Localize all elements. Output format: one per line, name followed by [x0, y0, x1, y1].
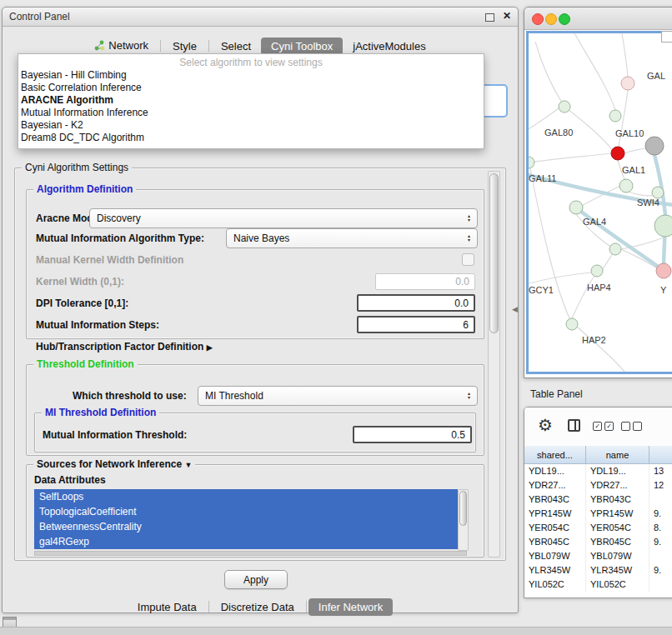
dropdown-item[interactable]: Mutual Information Inference	[18, 107, 484, 119]
tab-divider	[208, 601, 209, 612]
node-label: GAL1	[622, 165, 645, 175]
tab-infer-network[interactable]: Infer Network	[308, 598, 393, 616]
node[interactable]	[656, 263, 671, 278]
close-icon[interactable]: ✕	[503, 10, 511, 22]
node[interactable]	[566, 318, 578, 330]
table-row[interactable]: YBR043CYBR043C	[524, 492, 672, 507]
dropdown-placeholder: Select algorithm to view settings	[18, 56, 484, 69]
tab-cyni-toolbox[interactable]: Cyni Toolbox	[261, 38, 343, 55]
dpi-tolerance-field[interactable]: 0.0	[357, 294, 475, 312]
tab-impute-data[interactable]: Impute Data	[128, 598, 207, 616]
collapse-right-icon: ▶	[207, 343, 213, 352]
table-row[interactable]: YIL052CYIL052C	[524, 578, 672, 592]
select-all-columns-icon[interactable]: ✓✓	[593, 422, 614, 431]
hub-section-toggle[interactable]: Hub/Transcription Factor Definition ▶	[36, 341, 213, 352]
table-row[interactable]: YER054CYER054C8.	[524, 521, 672, 535]
window-title: Control Panel	[9, 11, 70, 22]
edge	[574, 33, 615, 110]
columns-icon[interactable]	[568, 419, 580, 432]
edge	[529, 272, 591, 283]
table-body: YDL19...YDL19...13 YDR27...YDR27...12 YB…	[524, 464, 672, 598]
manual-kernel-checkbox[interactable]	[462, 253, 474, 266]
group-title: MI Threshold Definition	[42, 407, 159, 418]
control-panel-titlebar[interactable]: Control Panel ✕	[3, 8, 518, 27]
data-attributes-label: Data Attributes	[34, 474, 106, 486]
edge	[535, 42, 564, 107]
attribute-list-hscrollbar[interactable]	[34, 551, 467, 556]
screen: Control Panel ✕ Network Style Select Cyn…	[0, 0, 672, 635]
which-threshold-combo[interactable]: MI Threshold ▴▾	[198, 386, 478, 406]
node-swi4[interactable]	[652, 187, 664, 198]
minimize-traffic-light[interactable]	[545, 13, 557, 25]
deselect-all-columns-icon[interactable]	[621, 422, 642, 431]
node[interactable]	[654, 215, 672, 237]
edge	[624, 148, 645, 153]
float-window-icon[interactable]	[485, 13, 494, 22]
combo-value: MI Threshold	[205, 390, 263, 402]
tab-divider	[306, 601, 307, 612]
sources-toggle[interactable]: Sources for Network Inference ▼	[33, 458, 195, 470]
node[interactable]	[609, 243, 621, 255]
column-header[interactable]: shared...	[524, 446, 586, 464]
node-hap4[interactable]	[591, 265, 603, 277]
aracne-mode-combo[interactable]: Discovery ▴▾	[89, 208, 478, 228]
node[interactable]	[621, 77, 634, 90]
list-item[interactable]: TopologicalCoefficient	[34, 504, 458, 519]
mi-steps-label: Mutual Information Steps:	[36, 319, 159, 331]
node[interactable]	[609, 110, 621, 122]
node-gal1[interactable]	[619, 179, 633, 192]
zoom-traffic-light[interactable]	[559, 13, 570, 25]
node[interactable]	[559, 101, 570, 112]
apply-button[interactable]: Apply	[224, 570, 288, 589]
mi-threshold-field[interactable]: 0.5	[353, 426, 472, 443]
close-traffic-light[interactable]	[532, 13, 544, 25]
tab-select[interactable]: Select	[211, 38, 261, 55]
table-row[interactable]: YLR345WYLR345W9.	[524, 563, 672, 578]
network-canvas[interactable]: GAL80 GAL10 GAL11 GAL1 SWI4 GAL4 GCY1 HA…	[526, 31, 672, 374]
mi-type-combo[interactable]: Naive Bayes ▴▾	[226, 228, 478, 248]
network-window-titlebar[interactable]	[524, 8, 672, 30]
which-threshold-label: Which threshold to use:	[73, 390, 187, 402]
list-item[interactable]: BetweennessCentrality	[34, 519, 458, 534]
group-title: Cyni Algorithm Settings	[22, 162, 132, 173]
column-header[interactable]: name	[586, 446, 649, 464]
kernel-width-label: Kernel Width (0,1):	[36, 276, 124, 288]
mi-steps-field[interactable]: 6	[357, 316, 475, 333]
table-row[interactable]: YPR145WYPR145W9.	[524, 507, 672, 521]
table-row[interactable]: YBR045CYBR045C9.	[524, 535, 672, 549]
node-gal10-neighbor[interactable]	[645, 137, 664, 155]
mi-threshold-label: Mutual Information Threshold:	[43, 429, 187, 441]
panel-divider-handle[interactable]: ◀	[512, 305, 518, 313]
node-label: GAL4	[583, 217, 606, 227]
list-item[interactable]: SelfLoops	[34, 489, 458, 504]
node[interactable]	[529, 157, 534, 168]
dropdown-item-selected[interactable]: ARACNE Algorithm	[18, 94, 484, 107]
dropdown-item[interactable]: Basic Correlation Inference	[18, 82, 484, 94]
kernel-width-field[interactable]: 0.0	[375, 273, 475, 290]
dropdown-item[interactable]: Bayesian - K2	[18, 119, 484, 132]
node-selected-red[interactable]	[611, 147, 624, 160]
group-title: Threshold Definition	[33, 358, 138, 370]
list-item[interactable]: gal4RGexp	[34, 534, 458, 549]
table-row[interactable]: YBL079WYBL079W	[524, 549, 672, 563]
settings-scrollbar[interactable]	[488, 171, 500, 558]
tab-style[interactable]: Style	[163, 38, 207, 55]
tab-jactivemodules[interactable]: jActiveModules	[343, 38, 435, 55]
node-gal4[interactable]	[569, 201, 583, 214]
control-panel-window: Control Panel ✕ Network Style Select Cyn…	[2, 7, 519, 613]
attribute-list-scrollbar[interactable]	[458, 489, 469, 551]
table-panel-title: Table Panel	[530, 388, 583, 400]
column-header[interactable]	[649, 446, 672, 464]
dropdown-item[interactable]: Bayesian - Hill Climbing	[18, 69, 484, 82]
tab-discretize-data[interactable]: Discretize Data	[211, 598, 304, 616]
table-row[interactable]: YDR27...YDR27...12	[524, 478, 672, 492]
manual-kernel-label: Manual Kernel Width Definition	[36, 254, 183, 266]
network-scrollbar-corner	[661, 31, 672, 42]
scrollbar-thumb[interactable]	[489, 173, 499, 333]
table-header: shared... name	[524, 446, 672, 464]
table-row[interactable]: YDL19...YDL19...13	[524, 464, 672, 478]
dropdown-item[interactable]: Dream8 DC_TDC Algorithm	[18, 132, 484, 144]
gear-icon[interactable]: ⚙	[538, 415, 553, 435]
chevron-up-down-icon: ▴▾	[464, 209, 474, 228]
scrollbar-thumb[interactable]	[459, 491, 467, 526]
